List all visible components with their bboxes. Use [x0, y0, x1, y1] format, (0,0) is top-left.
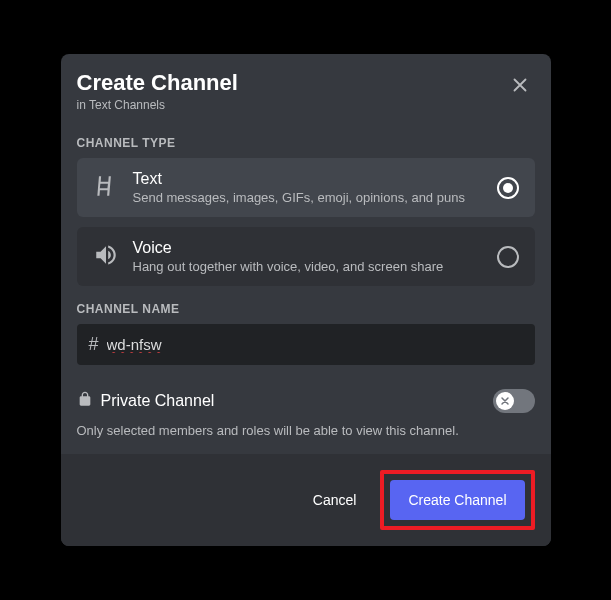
voice-option-desc: Hang out together with voice, video, and… [133, 259, 483, 274]
channel-name-input-wrapper[interactable]: # [77, 324, 535, 365]
voice-option-content: Voice Hang out together with voice, vide… [133, 239, 483, 274]
toggle-knob [496, 392, 514, 410]
channel-type-text-option[interactable]: Text Send messages, images, GIFs, emoji,… [77, 158, 535, 217]
create-channel-button[interactable]: Create Channel [390, 480, 524, 520]
voice-radio[interactable] [497, 246, 519, 268]
text-radio[interactable] [497, 177, 519, 199]
private-desc: Only selected members and roles will be … [77, 423, 535, 438]
highlight-annotation: Create Channel [380, 470, 534, 530]
channel-name-label: CHANNEL NAME [77, 302, 535, 316]
modal-subtitle: in Text Channels [77, 98, 238, 112]
hash-icon [93, 173, 119, 203]
private-channel-row: Private Channel [77, 389, 535, 413]
text-option-title: Text [133, 170, 483, 188]
close-icon[interactable] [505, 70, 535, 104]
channel-name-input[interactable] [107, 336, 523, 353]
cancel-button[interactable]: Cancel [297, 482, 373, 518]
create-channel-modal: Create Channel in Text Channels CHANNEL … [61, 54, 551, 546]
modal-header: Create Channel in Text Channels [61, 54, 551, 112]
modal-body: CHANNEL TYPE Text Send messages, images,… [61, 112, 551, 454]
hash-prefix-icon: # [89, 334, 99, 355]
header-text: Create Channel in Text Channels [77, 70, 238, 112]
private-toggle[interactable] [493, 389, 535, 413]
text-option-desc: Send messages, images, GIFs, emoji, opin… [133, 190, 483, 205]
voice-option-title: Voice [133, 239, 483, 257]
modal-title: Create Channel [77, 70, 238, 96]
channel-type-label: CHANNEL TYPE [77, 136, 535, 150]
private-title: Private Channel [101, 392, 215, 410]
lock-icon [77, 391, 93, 411]
modal-footer: Cancel Create Channel [61, 454, 551, 546]
private-left: Private Channel [77, 391, 215, 411]
text-option-content: Text Send messages, images, GIFs, emoji,… [133, 170, 483, 205]
speaker-icon [93, 242, 119, 272]
channel-type-voice-option[interactable]: Voice Hang out together with voice, vide… [77, 227, 535, 286]
